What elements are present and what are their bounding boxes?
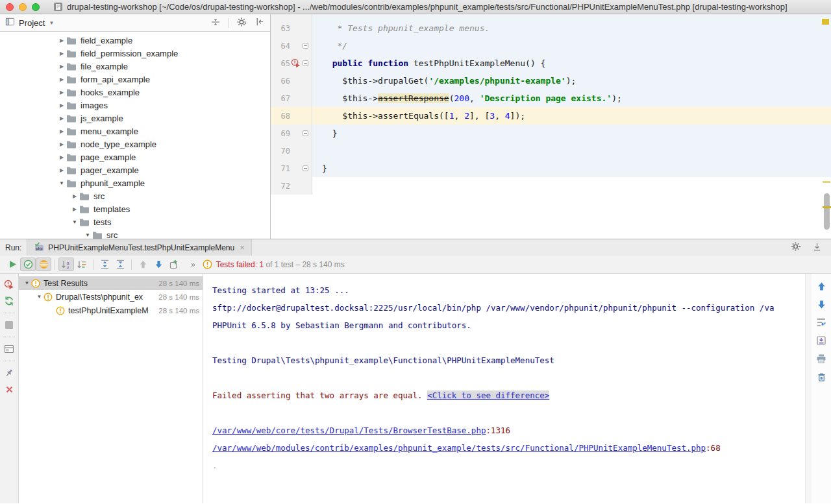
project-tree-item-images[interactable]: ▶images (0, 99, 270, 112)
project-tree-item-templates[interactable]: ▶templates (0, 202, 270, 215)
rerun-button[interactable] (5, 258, 20, 271)
show-ignored-toggle[interactable] (36, 258, 51, 271)
editor-line-71[interactable]: 71} (271, 160, 831, 177)
project-tree-item-hooks_example[interactable]: ▶hooks_example (0, 86, 270, 99)
stop-button[interactable] (3, 319, 15, 331)
hide-panel-icon[interactable] (255, 17, 265, 29)
expand-arrow-icon[interactable]: ▶ (70, 206, 79, 212)
editor-line-69[interactable]: 69 } (271, 125, 831, 142)
project-tree-item-field_example[interactable]: ▶field_example (0, 34, 270, 47)
test-tree-row[interactable]: testPhpUnitExampleM28 s 140 ms (19, 304, 203, 317)
expand-arrow-icon[interactable]: ▶ (57, 64, 66, 69)
rerun-failed-tests-button[interactable] (3, 279, 15, 291)
expand-arrow-icon[interactable]: ▶ (57, 90, 66, 95)
expand-arrow-icon[interactable]: ▶ (57, 115, 66, 121)
test-duration: 28 s 140 ms (156, 307, 199, 315)
editor-line-72[interactable]: 72 (271, 177, 831, 195)
test-tree-row[interactable]: ▼Drupal\Tests\phpunit_ex28 s 140 ms (19, 290, 203, 304)
project-tree-item-src[interactable]: ▼src (0, 228, 270, 239)
project-tree-item-node_type_example[interactable]: ▶node_type_example (0, 138, 270, 150)
sort-alphabetically-toggle[interactable]: az (58, 258, 74, 271)
project-tree-item-page_example[interactable]: ▶page_example (0, 150, 270, 163)
see-difference-link[interactable]: <Click to see difference> (427, 390, 549, 400)
test-console-output[interactable]: Testing started at 13:25 ...sftp://docke… (203, 274, 805, 503)
collapse-arrow-icon[interactable]: ▼ (83, 232, 92, 238)
project-tree-item-file_example[interactable]: ▶file_example (0, 60, 270, 73)
editor-line-67[interactable]: 67 $this->assertResponse(200, 'Descripti… (271, 90, 831, 107)
project-tree-item-form_api_example[interactable]: ▶form_api_example (0, 73, 270, 86)
run-tab[interactable]: php PHPUnitExampleMenuTest.testPhpUnitEx… (27, 239, 251, 256)
code-fold-marker[interactable] (301, 130, 310, 136)
down-the-stacktrace-button[interactable] (815, 298, 827, 310)
inspection-status-indicator[interactable] (822, 19, 829, 25)
window-title: drupal-testing-workshop [~/Code/os/drupa… (67, 2, 788, 12)
up-the-stacktrace-button[interactable] (815, 280, 827, 292)
expand-arrow-icon[interactable]: ▶ (57, 154, 66, 160)
project-settings-gear-icon[interactable] (237, 17, 247, 29)
project-tree-item-menu_example[interactable]: ▶menu_example (0, 125, 270, 138)
console-scrollbar[interactable] (805, 274, 812, 503)
expand-arrow-icon[interactable]: ▶ (57, 102, 66, 108)
editor-line-63[interactable]: 63 * Tests phpunit_example menus. (271, 19, 831, 37)
collapse-arrow-icon[interactable]: ▼ (57, 180, 66, 186)
expand-all-button[interactable] (97, 258, 112, 271)
minimize-window-button[interactable] (19, 3, 27, 11)
zoom-window-button[interactable] (32, 3, 40, 11)
restore-layout-button[interactable] (3, 343, 15, 355)
clear-all-button[interactable] (815, 371, 827, 383)
hide-run-panel-icon[interactable] (812, 242, 822, 254)
expand-arrow-icon[interactable]: ▶ (57, 77, 66, 82)
close-window-button[interactable] (6, 3, 14, 11)
collapse-arrow-icon[interactable]: ▼ (70, 219, 79, 225)
project-panel-title[interactable]: Project (19, 18, 45, 28)
expand-arrow-icon[interactable]: ▶ (57, 167, 66, 173)
code-token: , (454, 111, 465, 121)
collapse-arrow-icon[interactable]: ▼ (35, 294, 43, 300)
code-fold-marker[interactable] (301, 165, 310, 171)
editor[interactable]: 63 * Tests phpunit_example menus.64 */65… (271, 14, 831, 239)
expand-arrow-icon[interactable]: ▶ (57, 38, 66, 43)
chevron-down-icon[interactable]: ▼ (49, 20, 54, 26)
pin-tab-button[interactable] (3, 367, 15, 379)
project-tree-item-src[interactable]: ▶src (0, 189, 270, 202)
show-passed-toggle[interactable] (20, 258, 36, 271)
project-tree-item-js_example[interactable]: ▶js_example (0, 112, 270, 125)
soft-wrap-button[interactable] (815, 317, 827, 328)
project-tree-item-tests[interactable]: ▼tests (0, 215, 270, 228)
code-fold-marker[interactable] (301, 60, 310, 66)
run-settings-gear-icon[interactable] (791, 241, 802, 254)
next-failed-test-button[interactable] (151, 258, 166, 271)
code-token: $this->assertEquals([ (322, 111, 449, 121)
stacktrace-link[interactable]: /var/www/web/core/tests/Drupal/Tests/Bro… (212, 426, 486, 435)
project-tree-item-field_permission_example[interactable]: ▶field_permission_example (0, 47, 270, 60)
rerun-test-button[interactable] (3, 295, 15, 307)
editor-scrollbar[interactable] (824, 193, 830, 230)
editor-line-66[interactable]: 66 $this->drupalGet('/examples/phpunit-e… (271, 72, 831, 90)
expand-arrow-icon[interactable]: ▶ (57, 141, 66, 147)
editor-line-64[interactable]: 64 */ (271, 37, 831, 54)
rerun-failed-test-gutter-icon[interactable] (290, 58, 301, 68)
collapse-arrow-icon[interactable]: ▼ (23, 280, 31, 286)
close-run-panel-button[interactable] (3, 383, 15, 395)
expand-arrow-icon[interactable]: ▶ (70, 193, 79, 199)
test-tree-row[interactable]: ▼Test Results28 s 140 ms (19, 276, 203, 290)
project-tree-item-phpunit_example[interactable]: ▼phpunit_example (0, 176, 270, 189)
more-toolbar-actions[interactable]: » (191, 260, 196, 269)
scroll-to-end-button[interactable] (815, 335, 827, 346)
project-tree-item-pager_example[interactable]: ▶pager_example (0, 163, 270, 176)
code-fold-marker[interactable] (301, 43, 310, 49)
sort-by-duration-button[interactable] (74, 258, 90, 271)
editor-line-65[interactable]: 65 public function testPhpUnitExampleMen… (271, 54, 831, 72)
previous-failed-test-button[interactable] (135, 258, 151, 271)
select-opened-file-button[interactable] (210, 17, 221, 29)
editor-line-70[interactable]: 70 (271, 142, 831, 160)
expand-arrow-icon[interactable]: ▶ (57, 51, 66, 56)
expand-arrow-icon[interactable]: ▶ (57, 128, 66, 134)
collapse-all-button[interactable] (112, 258, 128, 271)
close-tab-icon[interactable]: × (240, 243, 245, 252)
stacktrace-link[interactable]: /var/www/web/modules/contrib/examples/ph… (212, 443, 706, 453)
export-test-results-button[interactable] (166, 258, 182, 271)
editor-line-68[interactable]: 68 $this->assertEquals([1, 2], [3, 4]); (271, 107, 831, 125)
error-stripe-mark[interactable] (823, 181, 830, 183)
print-button[interactable] (815, 353, 827, 365)
